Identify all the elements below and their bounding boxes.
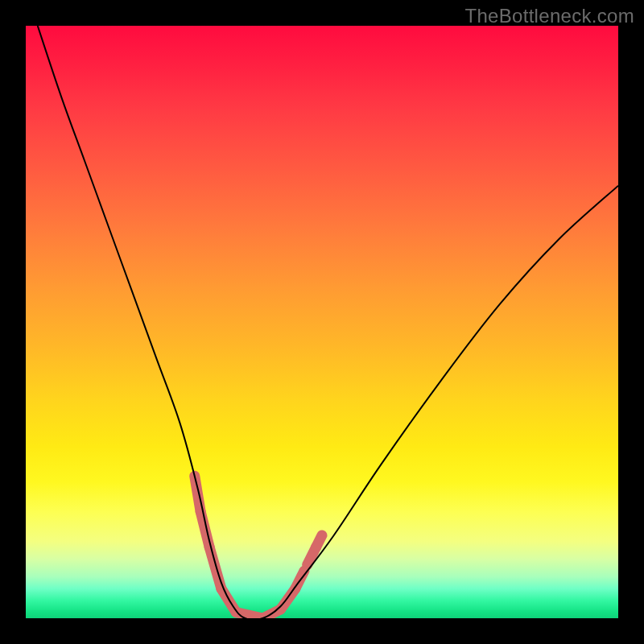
optimal-marker-segment [316,535,322,547]
bottleneck-curve [38,26,618,618]
chart-stage: TheBottleneck.com [0,0,644,644]
optimal-range-markers [195,476,322,618]
curve-layer [26,26,618,618]
optimal-marker-segment [209,547,221,589]
watermark-label: TheBottleneck.com [464,5,634,27]
plot-area [26,26,618,618]
optimal-marker-segment [200,512,209,547]
